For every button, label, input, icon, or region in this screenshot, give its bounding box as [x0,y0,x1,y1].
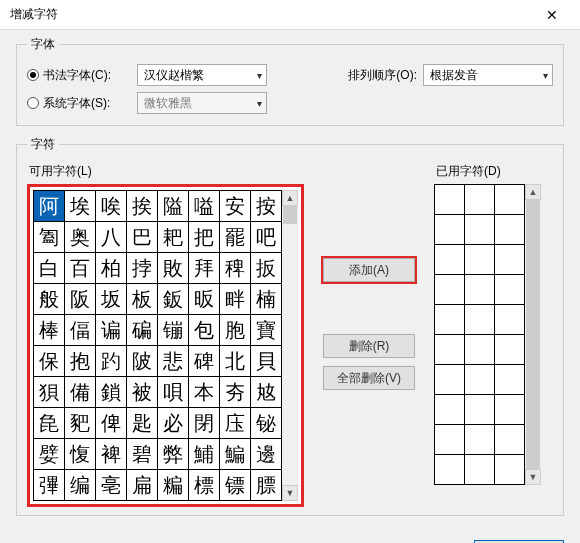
char-cell[interactable]: 寶 [251,315,282,346]
char-cell[interactable] [435,425,465,455]
char-cell[interactable] [495,335,525,365]
char-cell[interactable]: 保 [34,346,65,377]
used-scrollbar[interactable]: ▲ ▼ [525,184,541,485]
char-cell[interactable]: 把 [189,222,220,253]
remove-all-button[interactable]: 全部删除(V) [323,366,415,390]
scroll-down-icon[interactable]: ▼ [282,485,298,501]
char-cell[interactable]: 巴 [127,222,158,253]
char-cell[interactable]: 扳 [251,253,282,284]
char-cell[interactable]: 嬖 [34,439,65,470]
char-cell[interactable]: 北 [220,346,251,377]
char-cell[interactable] [435,275,465,305]
char-cell[interactable] [495,365,525,395]
char-cell[interactable] [435,215,465,245]
char-cell[interactable] [435,365,465,395]
char-cell[interactable]: 碑 [189,346,220,377]
char-cell[interactable] [435,305,465,335]
char-cell[interactable]: 昄 [189,284,220,315]
used-char-grid[interactable] [434,184,525,485]
char-cell[interactable]: 奥 [65,222,96,253]
char-cell[interactable] [435,335,465,365]
char-cell[interactable]: 吧 [251,222,282,253]
char-cell[interactable]: 镚 [158,315,189,346]
char-cell[interactable]: 奿 [251,377,282,408]
char-cell[interactable]: 般 [34,284,65,315]
available-char-grid[interactable]: 阿埃唉挨隘嗌安按㔩奥八巴耙把罷吧白百柏挬敗拜稗扳般阪坂板鈑昄畔楠棒偪谝碥镚包胞寶… [33,190,282,501]
char-cell[interactable]: 本 [189,377,220,408]
char-cell[interactable]: 谝 [96,315,127,346]
calligraphy-font-select[interactable]: 汉仪赵楷繁 ▾ [137,64,267,86]
char-cell[interactable]: 膘 [251,470,282,501]
char-cell[interactable]: 備 [65,377,96,408]
char-cell[interactable]: 碥 [127,315,158,346]
char-cell[interactable]: 挨 [127,191,158,222]
char-cell[interactable]: 楠 [251,284,282,315]
char-cell[interactable] [495,455,525,485]
char-cell[interactable]: 標 [189,470,220,501]
char-cell[interactable] [435,395,465,425]
char-cell[interactable]: 彃 [34,470,65,501]
char-cell[interactable]: 稗 [220,253,251,284]
char-cell[interactable] [465,425,495,455]
char-cell[interactable]: 碧 [127,439,158,470]
char-cell[interactable]: 閉 [189,408,220,439]
char-cell[interactable]: 匙 [127,408,158,439]
char-cell[interactable]: 铋 [251,408,282,439]
char-cell[interactable] [435,185,465,215]
scroll-up-icon[interactable]: ▲ [525,184,541,200]
char-cell[interactable]: 畔 [220,284,251,315]
char-cell[interactable]: 八 [96,222,127,253]
char-cell[interactable]: 镖 [220,470,251,501]
char-cell[interactable]: 隘 [158,191,189,222]
sort-order-select[interactable]: 根据发音 ▾ [423,64,553,86]
char-cell[interactable] [465,245,495,275]
char-cell[interactable]: 胞 [220,315,251,346]
scroll-thumb[interactable] [283,206,297,224]
char-cell[interactable] [495,275,525,305]
char-cell[interactable] [465,395,495,425]
char-cell[interactable]: 罷 [220,222,251,253]
char-cell[interactable]: 糄 [158,470,189,501]
char-cell[interactable]: 㔩 [34,222,65,253]
char-cell[interactable]: 必 [158,408,189,439]
scroll-down-icon[interactable]: ▼ [525,469,541,485]
char-cell[interactable]: 抱 [65,346,96,377]
char-cell[interactable]: 白 [34,253,65,284]
char-cell[interactable]: 嗌 [189,191,220,222]
char-cell[interactable]: 鯿 [220,439,251,470]
char-cell[interactable]: 邊 [251,439,282,470]
char-cell[interactable]: 庒 [220,408,251,439]
char-cell[interactable]: 鎖 [96,377,127,408]
remove-button[interactable]: 删除(R) [323,334,415,358]
char-cell[interactable]: 敗 [158,253,189,284]
char-cell[interactable] [435,245,465,275]
char-cell[interactable]: 扁 [127,470,158,501]
char-cell[interactable]: 包 [189,315,220,346]
char-cell[interactable]: 亳 [96,470,127,501]
char-cell[interactable]: 被 [127,377,158,408]
calligraphy-font-radio[interactable]: 书法字体(C): [27,67,127,84]
char-cell[interactable]: 狽 [34,377,65,408]
available-scrollbar[interactable]: ▲ ▼ [282,190,298,501]
char-cell[interactable]: 趵 [96,346,127,377]
char-cell[interactable]: 俾 [96,408,127,439]
char-cell[interactable]: 柏 [96,253,127,284]
char-cell[interactable] [465,185,495,215]
char-cell[interactable]: 愎 [65,439,96,470]
char-cell[interactable]: 按 [251,191,282,222]
char-cell[interactable] [495,395,525,425]
window-close-button[interactable]: ✕ [532,7,572,23]
char-cell[interactable] [465,455,495,485]
char-cell[interactable]: 陂 [127,346,158,377]
char-cell[interactable]: 鈑 [158,284,189,315]
char-cell[interactable] [495,215,525,245]
char-cell[interactable]: 偪 [65,315,96,346]
char-cell[interactable] [465,275,495,305]
char-cell[interactable]: 安 [220,191,251,222]
char-cell[interactable]: 百 [65,253,96,284]
char-cell[interactable]: 豝 [65,408,96,439]
char-cell[interactable]: 板 [127,284,158,315]
char-cell[interactable]: 棒 [34,315,65,346]
char-cell[interactable] [495,425,525,455]
char-cell[interactable]: 坂 [96,284,127,315]
